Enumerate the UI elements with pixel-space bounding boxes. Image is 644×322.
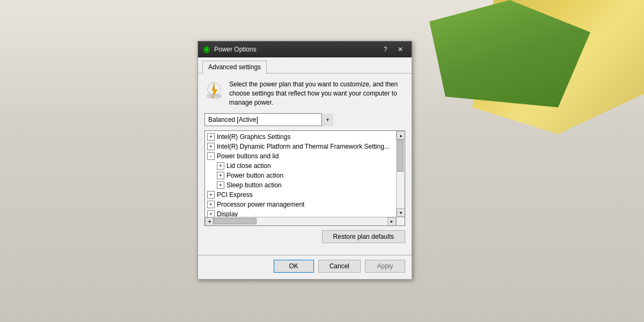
tab-advanced-settings[interactable]: Advanced settings <box>202 61 267 74</box>
tree-label-intel-graphics: Intel(R) Graphics Settings <box>217 133 290 141</box>
title-bar: Power Options ? ✕ <box>198 41 412 57</box>
plan-dropdown-container: Balanced [Active] High performance Power… <box>204 113 333 126</box>
tree-label-power-buttons: Power buttons and lid <box>217 152 279 160</box>
expand-icon-processor[interactable]: + <box>207 201 215 208</box>
scroll-down-button[interactable]: ▼ <box>397 208 405 217</box>
help-button[interactable]: ? <box>378 44 392 55</box>
settings-tree: + Intel(R) Graphics Settings + Intel(R) … <box>204 130 405 226</box>
tab-strip: Advanced settings <box>198 57 412 74</box>
scroll-corner <box>396 217 405 226</box>
ok-button[interactable]: OK <box>274 260 314 273</box>
button-row: OK Cancel Apply <box>198 255 412 279</box>
tree-label-power-action: Power button action <box>226 172 283 179</box>
plan-dropdown[interactable]: Balanced [Active] High performance Power… <box>204 113 333 126</box>
dialog-body: Select the power plan that you want to c… <box>198 74 412 255</box>
h-scroll-track[interactable] <box>214 217 387 225</box>
scroll-thumb[interactable] <box>397 140 404 172</box>
expand-icon-power-action[interactable]: + <box>217 172 224 179</box>
apply-button[interactable]: Apply <box>365 260 405 273</box>
tree-item-processor[interactable]: + Processor power management <box>205 200 396 209</box>
power-options-dialog: Power Options ? ✕ Advanced settings Sele… <box>197 41 412 280</box>
tree-label-pci: PCI Express <box>217 191 253 199</box>
expand-icon-intel-graphics[interactable]: + <box>207 133 215 141</box>
tree-item-intel-graphics[interactable]: + Intel(R) Graphics Settings <box>205 132 396 142</box>
tree-inner: + Intel(R) Graphics Settings + Intel(R) … <box>205 131 405 225</box>
power-plan-icon <box>204 81 224 100</box>
close-button[interactable]: ✕ <box>393 44 407 55</box>
tree-item-power-buttons[interactable]: - Power buttons and lid <box>205 151 396 161</box>
vertical-scrollbar[interactable]: ▲ ▼ <box>396 131 405 217</box>
tree-label-sleep-button: Sleep button action <box>226 181 282 189</box>
tree-label-lid-close: Lid close action <box>226 162 271 170</box>
title-bar-buttons: ? ✕ <box>378 44 407 55</box>
restore-row: Restore plan defaults <box>204 230 405 248</box>
plan-dropdown-wrap: Balanced [Active] High performance Power… <box>204 113 405 126</box>
description-text: Select the power plan that you want to c… <box>229 80 405 107</box>
expand-icon-sleep-button[interactable]: + <box>217 181 224 189</box>
expand-icon-power-buttons[interactable]: - <box>207 152 215 160</box>
power-options-icon <box>202 45 211 54</box>
tree-item-sleep-button[interactable]: + Sleep button action <box>205 180 396 190</box>
scroll-track[interactable] <box>397 140 405 208</box>
tree-label-processor: Processor power management <box>217 201 304 208</box>
expand-icon-pci[interactable]: + <box>207 191 215 199</box>
expand-icon-lid-close[interactable]: + <box>217 162 224 170</box>
scroll-left-button[interactable]: ◄ <box>205 217 214 226</box>
description-area: Select the power plan that you want to c… <box>204 80 405 107</box>
cancel-button[interactable]: Cancel <box>318 260 361 273</box>
svg-point-2 <box>205 48 208 52</box>
tree-scroll-area[interactable]: + Intel(R) Graphics Settings + Intel(R) … <box>205 131 405 225</box>
scroll-right-button[interactable]: ► <box>387 217 396 226</box>
restore-defaults-button[interactable]: Restore plan defaults <box>322 230 405 243</box>
tree-label-intel-thermal: Intel(R) Dynamic Platform and Thermal Fr… <box>217 143 390 150</box>
h-scroll-thumb[interactable] <box>214 218 257 224</box>
expand-icon-intel-thermal[interactable]: + <box>207 143 215 150</box>
tree-item-power-button-action[interactable]: + Power button action <box>205 171 396 180</box>
tree-item-lid-close[interactable]: + Lid close action <box>205 161 396 171</box>
tree-item-pci-express[interactable]: + PCI Express <box>205 190 396 200</box>
tree-item-intel-thermal[interactable]: + Intel(R) Dynamic Platform and Thermal … <box>205 142 396 151</box>
dialog-title: Power Options <box>214 46 378 53</box>
scroll-up-button[interactable]: ▲ <box>397 131 405 140</box>
horizontal-scrollbar[interactable]: ◄ ► <box>205 217 405 225</box>
